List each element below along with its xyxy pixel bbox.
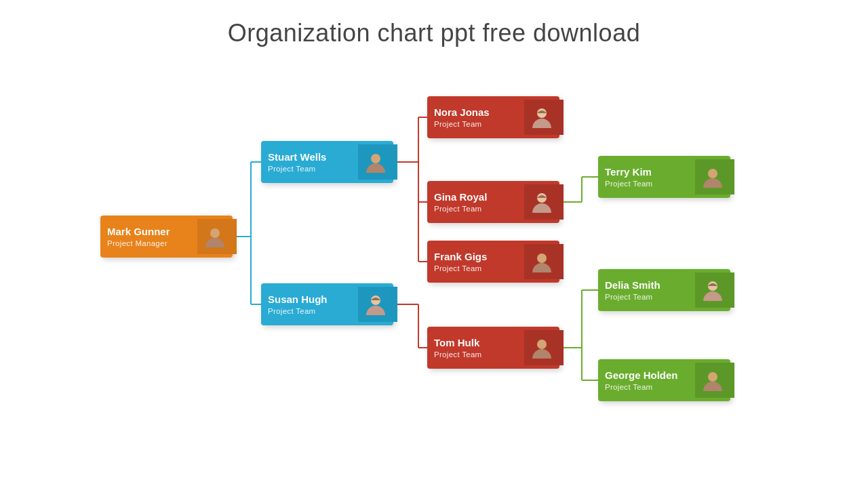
card-terry-text: Terry Kim Project Team [598, 161, 695, 193]
card-nora-text: Nora Jonas Project Team [427, 101, 524, 134]
card-delia-text: Delia Smith Project Team [598, 274, 695, 306]
card-nora-avatar [524, 100, 559, 135]
card-george-avatar [695, 363, 730, 398]
svg-point-26 [708, 169, 717, 178]
card-george-role: Project Team [605, 383, 688, 391]
card-terry: Terry Kim Project Team [598, 156, 730, 198]
svg-point-24 [537, 253, 547, 263]
card-stuart-name: Stuart Wells [268, 151, 351, 163]
card-terry-name: Terry Kim [605, 166, 688, 178]
card-george-text: George Holden Project Team [598, 364, 695, 396]
chart-area: Mark Gunner Project Manager Stuart Wells… [0, 68, 868, 488]
card-stuart-text: Stuart Wells Project Team [261, 146, 358, 178]
card-delia-avatar [695, 272, 730, 308]
card-mark-name: Mark Gunner [107, 226, 191, 238]
svg-point-28 [708, 372, 717, 382]
page-title: Organization chart ppt free download [0, 0, 868, 47]
card-susan-name: Susan Hugh [268, 293, 351, 306]
card-mark-role: Project Manager [107, 239, 191, 247]
card-gina-text: Gina Royal Project Team [427, 186, 524, 218]
card-tom-avatar [524, 330, 559, 365]
card-delia: Delia Smith Project Team [598, 269, 730, 311]
svg-point-20 [371, 154, 380, 163]
card-gina-avatar [524, 184, 559, 220]
card-gina-name: Gina Royal [434, 191, 517, 203]
card-susan-avatar [358, 287, 393, 322]
card-mark: Mark Gunner Project Manager [100, 216, 233, 258]
card-stuart: Stuart Wells Project Team [261, 141, 393, 183]
card-susan-role: Project Team [268, 307, 351, 315]
card-nora-name: Nora Jonas [434, 106, 517, 119]
card-frank: Frank Gigs Project Team [427, 241, 559, 283]
card-gina-role: Project Team [434, 205, 517, 213]
card-delia-role: Project Team [605, 293, 688, 301]
card-terry-role: Project Team [605, 180, 688, 188]
card-tom: Tom Hulk Project Team [427, 327, 559, 369]
card-nora-role: Project Team [434, 120, 517, 128]
svg-point-25 [537, 340, 547, 349]
card-susan-text: Susan Hugh Project Team [261, 288, 358, 321]
card-tom-name: Tom Hulk [434, 337, 517, 349]
card-george: George Holden Project Team [598, 359, 730, 401]
card-george-name: George Holden [605, 369, 688, 382]
card-frank-role: Project Team [434, 264, 517, 272]
card-susan: Susan Hugh Project Team [261, 283, 393, 325]
card-stuart-role: Project Team [268, 165, 351, 173]
card-tom-role: Project Team [434, 350, 517, 359]
card-delia-name: Delia Smith [605, 279, 688, 291]
card-mark-avatar [197, 219, 233, 254]
card-frank-name: Frank Gigs [434, 251, 517, 263]
card-tom-text: Tom Hulk Project Team [427, 331, 524, 364]
card-mark-text: Mark Gunner Project Manager [100, 220, 197, 253]
card-frank-avatar [524, 244, 559, 279]
card-nora: Nora Jonas Project Team [427, 96, 559, 138]
card-gina: Gina Royal Project Team [427, 181, 559, 223]
card-terry-avatar [695, 159, 730, 195]
svg-point-19 [210, 228, 220, 238]
card-frank-text: Frank Gigs Project Team [427, 245, 524, 278]
card-stuart-avatar [358, 144, 393, 180]
